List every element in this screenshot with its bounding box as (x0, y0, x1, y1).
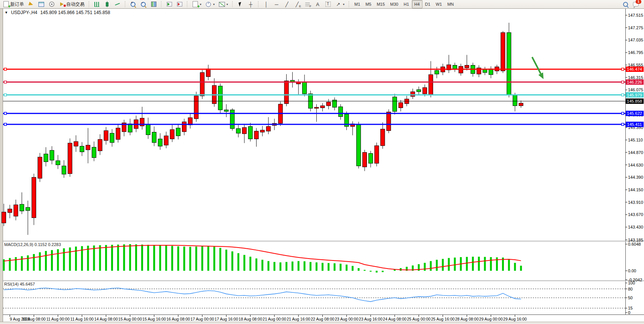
tile-windows-icon (150, 1, 157, 7)
price-level-tag-label: 145.979 (627, 93, 642, 97)
arrows-button[interactable]: ↗▾ (333, 0, 346, 8)
line-handle[interactable] (4, 68, 6, 70)
channel-button[interactable]: ╱E (292, 0, 302, 8)
chart-title: ▼ USDJPY-,H4 145.809 145.866 145.751 145… (5, 10, 110, 15)
candle-body (38, 157, 42, 178)
time-tick-label: 23 Aug 00:00 (335, 317, 359, 321)
search-button[interactable] (620, 0, 631, 8)
price-tick-label: 143.185 (628, 238, 643, 242)
separator (125, 1, 126, 7)
candle-body (32, 177, 36, 218)
time-tick-label: 28 Aug 08:00 (455, 317, 479, 321)
auto-trading-label: 自动交易 (66, 1, 84, 8)
chart-canvas[interactable]: 147.515147.275147.035146.795146.555146.3… (0, 8, 644, 322)
line-handle[interactable] (622, 68, 624, 70)
auto-arrange-icon (166, 1, 172, 7)
window-menu-arrow-icon[interactable]: ▼ (5, 11, 8, 14)
candle-body (303, 82, 307, 94)
timeframe-button-m1[interactable]: M1 (352, 0, 363, 8)
template-button[interactable]: ▾ (217, 0, 230, 8)
price-tick-label: 144.630 (628, 163, 643, 167)
timeframe-button-m30[interactable]: M30 (387, 0, 401, 8)
line-handle[interactable] (622, 112, 624, 114)
rsi-tick-label: 0 (628, 310, 630, 315)
data-window-button[interactable] (36, 0, 46, 8)
horizontal-line-button[interactable]: ─ (271, 0, 282, 8)
timeframe-group: M1M5M15M30H1H4D1W1MN (351, 0, 457, 8)
chart-window[interactable]: 147.515147.275147.035146.795146.555146.3… (0, 8, 644, 322)
timeframe-button-m5[interactable]: M5 (363, 0, 374, 8)
candle-body (74, 141, 78, 146)
timeframe-button-h1[interactable]: H1 (401, 0, 411, 8)
price-tick-label: 147.275 (628, 25, 643, 30)
tile-windows-button[interactable] (148, 0, 159, 8)
candle-body (254, 131, 258, 139)
time-tick-label: 25 Aug 16:00 (431, 317, 454, 321)
time-tick-label: 29 Aug 16:00 (503, 317, 527, 321)
time-tick-label: 14 Aug 08:00 (94, 317, 118, 321)
line-handle[interactable] (4, 123, 6, 125)
line-handle[interactable] (4, 112, 6, 114)
line-chart-button[interactable] (112, 0, 123, 8)
auto-trading-icon (59, 1, 65, 7)
line-handle[interactable] (4, 81, 6, 83)
candle-body (86, 145, 90, 150)
chart-shift-button[interactable] (174, 0, 185, 8)
line-handle[interactable] (4, 94, 6, 96)
crosshair-button[interactable]: ┼ (245, 0, 256, 8)
bar-chart-button[interactable] (92, 0, 102, 8)
candle-body (399, 103, 403, 108)
auto-arrange-button[interactable] (164, 0, 174, 8)
timeframe-button-d1[interactable]: D1 (422, 0, 433, 8)
timeframe-button-mn[interactable]: MN (445, 0, 456, 8)
candle-body (194, 96, 198, 119)
new-chart-group: ▾ ▾ ▾ (189, 0, 231, 8)
candlestick-chart-button[interactable] (102, 0, 112, 8)
horizontal-line-icon: ─ (273, 1, 280, 7)
time-tick-label: 17 Aug 00:00 (190, 317, 214, 321)
line-handle[interactable] (622, 81, 624, 83)
fibonacci-button[interactable]: F (302, 0, 312, 8)
left-window-edge (0, 8, 3, 322)
chart-shift-icon (176, 1, 183, 7)
time-tick-label: 24 Aug 08:00 (383, 317, 406, 321)
trendline-button[interactable]: ╱ (282, 0, 292, 8)
chevron-down-icon: ▾ (213, 3, 215, 6)
zoom-out-button[interactable]: − (138, 0, 148, 8)
timeframe-button-h4[interactable]: H4 (412, 0, 422, 8)
template-icon (218, 1, 225, 7)
candle-body (387, 112, 391, 130)
price-tick-label: 145.110 (628, 138, 643, 142)
candle (68, 138, 72, 177)
period-button[interactable]: ▾ (203, 0, 217, 8)
candle-body (327, 102, 331, 106)
line-handle[interactable] (622, 94, 624, 96)
symbol-period-label: USDJPY-,H4 (11, 10, 37, 15)
text-button[interactable]: A (312, 0, 323, 8)
time-tick-label: 15 Aug 00:00 (118, 317, 142, 321)
notifications-button[interactable]: 1 (631, 0, 641, 8)
arrange-group (163, 0, 185, 8)
text-label-button[interactable]: T (323, 0, 333, 8)
new-chart-button[interactable]: ▾ (190, 0, 203, 8)
candle-body (483, 70, 487, 73)
cursor-button[interactable] (235, 0, 245, 8)
auto-trading-button[interactable]: 自动交易 (57, 0, 86, 8)
new-order-button[interactable]: 新订单 (1, 0, 26, 8)
signal-button[interactable] (46, 0, 57, 8)
trendline-icon: ╱ (284, 1, 290, 7)
candle-body (92, 147, 96, 157)
zoom-in-button[interactable]: + (128, 0, 138, 8)
separator (187, 1, 188, 7)
candle (357, 122, 361, 168)
candle-body (182, 122, 187, 132)
candle-body (176, 128, 180, 136)
pointer-icon (28, 1, 34, 7)
pointer-tool-button[interactable] (26, 0, 36, 8)
timeframe-button-w1[interactable]: W1 (433, 0, 445, 8)
separator (232, 1, 233, 7)
timeframe-button-m15[interactable]: M15 (374, 0, 387, 8)
chart-background (0, 8, 644, 322)
vertical-line-button[interactable]: │ (261, 0, 271, 8)
line-handle[interactable] (622, 123, 624, 125)
